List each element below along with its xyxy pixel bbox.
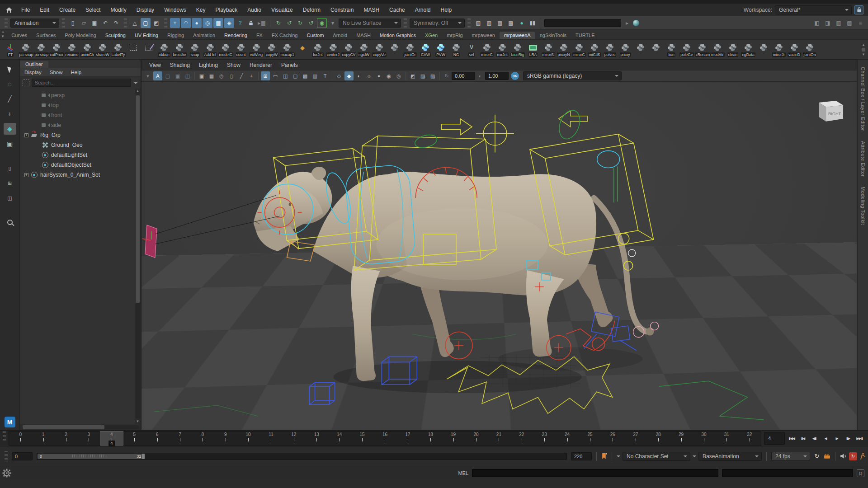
timeline-tick[interactable]: 6 (146, 432, 168, 445)
undo-icon[interactable]: ↶ (100, 18, 110, 28)
settings-gear-icon[interactable] (4, 470, 9, 476)
menu-item[interactable]: Deform (298, 7, 326, 13)
outliner-item-persp[interactable]: persp (20, 90, 135, 100)
shelf-tab-xgen[interactable]: XGen (420, 32, 442, 39)
timeline-tick[interactable]: 4 4 (100, 432, 123, 445)
timeline-tick[interactable]: 18 (419, 432, 442, 445)
lock-camera-icon[interactable]: ▦ (207, 71, 216, 80)
layout-two-pane-button[interactable]: ◫ (4, 192, 16, 204)
snap-projected-center-icon[interactable]: ◎ (203, 18, 212, 28)
gamma-field[interactable]: 1.00 (485, 72, 509, 80)
occlusion-icon[interactable]: ◉ (384, 71, 393, 80)
field-chart-icon[interactable]: ▩ (301, 71, 310, 80)
panel-dropdown-icon[interactable]: ▾ (143, 71, 152, 80)
shelf-tab-rigging[interactable]: Rigging (163, 32, 189, 39)
play-forwards-button[interactable]: ▶ (832, 433, 842, 443)
command-input[interactable] (472, 469, 718, 477)
timeline-tick[interactable]: 7 (169, 432, 191, 445)
view-transform-dropdown[interactable]: sRGB gamma (legacy) (523, 71, 622, 80)
shelf-menu-icon[interactable]: ≡ (2, 30, 4, 34)
timeline-tick[interactable]: 16 (373, 432, 396, 445)
shelf-item-mocap1[interactable]: mocap1 (279, 42, 295, 57)
go-to-end-button[interactable]: ▶▶▮ (854, 433, 864, 443)
timeline-tick[interactable]: 31 (715, 432, 738, 445)
outliner-search-input[interactable] (32, 79, 131, 87)
shelf-item-rigidw[interactable]: rigidW (356, 42, 372, 57)
outliner-tree[interactable]: persp top front (20, 89, 135, 424)
ipr-render-icon[interactable]: ▨ (484, 18, 494, 28)
renderer-vector-icon[interactable]: ◫ (183, 71, 192, 80)
toggle-single-pane-icon[interactable]: ◨ (823, 18, 833, 28)
viewport-menu-item[interactable]: Show (223, 62, 245, 68)
workspace-lock-icon[interactable] (854, 5, 863, 14)
shelf-tab-sculpting[interactable]: Sculpting (101, 32, 130, 39)
shelf-gear-icon[interactable]: ▾ (2, 34, 4, 38)
outliner-title[interactable]: Outliner (20, 61, 48, 68)
timeline-grip[interactable] (3, 431, 6, 441)
outliner-item-side[interactable]: side (20, 120, 135, 130)
menu-item[interactable]: Visualize (266, 7, 298, 13)
shelf-tab-ngskintools[interactable]: ngSkinTools (535, 32, 571, 39)
expand-icon[interactable]: + (24, 133, 28, 137)
tab-modeling-toolkit[interactable]: Modeling Toolkit (860, 184, 866, 228)
camera-attributes-icon[interactable]: ◎ (217, 71, 226, 80)
shelf-tab-uv-editing[interactable]: UV Editing (130, 32, 163, 39)
timeline-tick[interactable]: 3 (77, 432, 100, 445)
shelf-item-polvec[interactable]: polvec (602, 42, 618, 57)
viewport-menu-item[interactable]: Shading (166, 62, 194, 68)
home-icon[interactable] (5, 7, 13, 13)
safe-action-icon[interactable]: ▥ (311, 71, 320, 80)
shelf-item-proxyn[interactable]: proxyN (556, 42, 571, 57)
playback-range[interactable]: 0 32 (38, 454, 143, 459)
menu-item[interactable]: Modify (105, 7, 131, 13)
timeline-tick[interactable]: 20 (465, 432, 487, 445)
snap-align-icon[interactable]: ◉ (317, 18, 327, 28)
render-current-frame-icon[interactable]: ▧ (473, 18, 483, 28)
shelf-item-zrenam[interactable]: zRenam (694, 42, 710, 57)
statusline-grip-5[interactable] (404, 18, 407, 28)
outliner-item-ground-geo[interactable]: Ground_Geo (20, 140, 135, 150)
animation-end-field[interactable]: 220 (571, 452, 592, 460)
timeline-tick[interactable]: 25 (579, 432, 601, 445)
shelf-item-copyve[interactable]: copyVe (372, 42, 387, 57)
motion-blur-icon[interactable]: ◎ (394, 71, 403, 80)
shelf-scroll-down-icon[interactable]: ▼ (862, 52, 865, 56)
shelf-tab-mrpaween[interactable]: mrpaween (467, 32, 500, 39)
go-to-start-button[interactable]: ▮◀◀ (787, 433, 797, 443)
shelf-item-python-1[interactable] (387, 42, 402, 57)
command-language-label[interactable]: MEL (458, 470, 468, 476)
menu-item[interactable]: Display (132, 7, 159, 13)
shelf-item-mirorsl[interactable]: mirorSl (541, 42, 556, 57)
shelf-scrollbar[interactable]: ▲ ▼ (860, 43, 867, 56)
xray-icon[interactable]: ▨ (418, 71, 427, 80)
scroll-thumb[interactable] (136, 95, 140, 303)
snap-grid-icon[interactable]: + (170, 18, 180, 28)
statusline-grip[interactable] (5, 18, 8, 28)
material-sphere-icon[interactable] (633, 20, 639, 26)
outliner-item-rig-grp[interactable]: + Rig_Grp (20, 130, 135, 140)
loop-mode-icon[interactable]: ↻ (812, 453, 821, 460)
shaded-icon[interactable]: ◆ (344, 71, 354, 80)
select-camera-icon[interactable]: ▣ (197, 71, 206, 80)
timeline-tick[interactable]: 1 (32, 432, 54, 445)
shadows-icon[interactable]: ● (374, 71, 383, 80)
shelf-item-copycv[interactable]: copyCV (341, 42, 356, 57)
shelf-item-mirorc-1[interactable]: mirorC (479, 42, 495, 57)
shelf-item-python-3[interactable] (648, 42, 664, 57)
shelf-item-facerig[interactable]: faceRig (510, 42, 525, 57)
shelf-tab-animation[interactable]: Animation (189, 32, 220, 39)
shelf-scroll-up-icon[interactable]: ▲ (862, 43, 865, 47)
shelf-tab-mrpaweena[interactable]: mrpaweenA (500, 32, 535, 39)
shelf-item-jointor[interactable]: jointOr (402, 42, 418, 57)
select-component-icon[interactable]: ◩ (151, 18, 161, 28)
timeline-tick[interactable]: 32 (738, 432, 761, 445)
mute-audio-icon[interactable] (840, 453, 847, 459)
timeline-tick[interactable]: 0 (9, 432, 32, 445)
shelf-item-python-2[interactable] (633, 42, 648, 57)
shelf-item-po-snap[interactable]: po-snap (33, 42, 49, 57)
timeline-ruler[interactable]: 0 1 2 3 4 (9, 431, 761, 446)
shelf-item-python-4[interactable] (756, 42, 771, 57)
shelf-item-sel[interactable]: sel (464, 42, 479, 57)
statusline-grip-4[interactable] (164, 18, 167, 28)
shelf-item-centerj[interactable]: centerJ (326, 42, 341, 57)
